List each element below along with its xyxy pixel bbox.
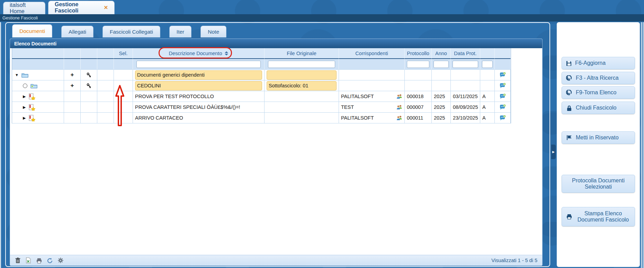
add-comment-icon[interactable] xyxy=(499,115,506,121)
corrispondenti-icon[interactable] xyxy=(396,115,402,121)
corrispondenti-icon[interactable] xyxy=(396,94,402,99)
right-scrollbar-strip-2[interactable] xyxy=(643,22,644,268)
add-comment-icon[interactable] xyxy=(499,83,506,89)
row-descrizione: ARRIVO CARTACEO xyxy=(135,115,183,121)
table-row[interactable]: ▶ PROVA PER TEST PROTOCOLLO PALITALSOFT … xyxy=(12,91,511,102)
filter-flag-input[interactable] xyxy=(482,61,493,68)
add-document-button[interactable]: + xyxy=(71,82,74,89)
panel-title: Elenco Documenti xyxy=(10,39,542,48)
app-screen: italsoft Home Gestione Fascicoli ✕ Gesti… xyxy=(0,0,644,268)
expand-icon[interactable]: ▶ xyxy=(23,105,26,110)
main-container: Documenti Allegati Fascicoli Collegati I… xyxy=(5,22,550,267)
settings-gear-icon[interactable] xyxy=(57,257,64,263)
document-star-icon xyxy=(28,93,36,100)
breadcrumb: Gestione Fascicoli xyxy=(0,14,644,21)
print-icon[interactable] xyxy=(36,258,42,263)
stampa-elenco-button[interactable]: Stampa Elenco Documenti Fascicolo xyxy=(562,207,635,226)
metti-riservato-button[interactable]: Metti in Riservato xyxy=(562,131,635,144)
col-protocollo: Protocollo xyxy=(405,48,432,59)
export-file-icon[interactable] xyxy=(25,257,32,263)
add-comment-icon[interactable] xyxy=(499,72,506,78)
documents-grid: Sel. Descrizione Documento File Original… xyxy=(12,48,511,123)
table-row[interactable]: ▼ + Documenti generici dipendenti xyxy=(12,70,511,80)
key-icon[interactable] xyxy=(86,72,92,78)
collapse-icon[interactable]: ▼ xyxy=(15,73,19,77)
table-row[interactable]: ▶ ARRIVO CARTACEO PALITALSOFT 000011 202… xyxy=(12,113,511,123)
window-tab-home[interactable]: italsoft Home xyxy=(3,2,45,14)
aggiorna-button[interactable]: F6-Aggiorna xyxy=(562,57,635,69)
add-comment-icon[interactable] xyxy=(499,104,506,110)
col-data-prot: Data Prot. xyxy=(451,48,480,59)
col-corrispondenti: Corrispondenti xyxy=(339,48,405,59)
close-tab-icon[interactable]: ✕ xyxy=(104,5,108,11)
document-star-icon xyxy=(28,115,36,121)
delete-icon[interactable] xyxy=(15,257,21,263)
chiudi-fascicolo-button[interactable]: Chiudi Fascicolo xyxy=(562,102,635,114)
expand-icon[interactable]: ▶ xyxy=(23,94,26,99)
subfolder-icon xyxy=(30,83,37,88)
tab-allegati[interactable]: Allegati xyxy=(61,26,93,37)
window-tab-active-label: Gestione Fascicoli xyxy=(55,1,99,14)
save-icon xyxy=(566,60,572,66)
document-star-icon xyxy=(28,104,36,111)
printer-icon xyxy=(566,214,572,220)
row-descrizione: CEDOLINI xyxy=(135,81,262,90)
grid-footer: Visualizzati 1 - 5 di 5 xyxy=(10,255,542,266)
tab-documenti[interactable]: Documenti xyxy=(12,24,52,37)
radio-select[interactable] xyxy=(23,84,27,88)
sort-icon[interactable] xyxy=(225,51,228,55)
row-descrizione: PROVA PER TEST PROTOCOLLO xyxy=(135,94,214,99)
row-file xyxy=(267,70,337,80)
left-edge-strip xyxy=(0,22,1,268)
row-descrizione: PROVA CARATTERI SPECIALI ÒÀÙ£$%&/()=! xyxy=(135,104,240,110)
pagination-status: Visualizzati 1 - 5 di 5 xyxy=(491,258,537,263)
col-misc xyxy=(97,48,114,59)
altra-ricerca-button[interactable]: F3 - Altra Ricerca xyxy=(562,72,635,84)
corrispondenti-icon[interactable] xyxy=(396,104,402,110)
sidebar-collapse-handle[interactable]: ▶ xyxy=(551,145,556,159)
col-note xyxy=(495,48,511,59)
row-descrizione: Documenti generici dipendenti xyxy=(135,70,262,80)
window-tab-gestione-fascicoli[interactable]: Gestione Fascicoli ✕ xyxy=(48,1,115,14)
action-sidebar: F6-Aggiorna F3 - Altra Ricerca F9-Torna … xyxy=(557,22,640,267)
add-comment-icon[interactable] xyxy=(499,94,506,100)
filter-descrizione-input[interactable] xyxy=(136,61,261,68)
undo-icon xyxy=(566,90,572,96)
lock-icon xyxy=(566,105,572,111)
grid-header-row: Sel. Descrizione Documento File Original… xyxy=(12,48,511,59)
col-anno: Anno xyxy=(432,48,451,59)
col-sel: Sel. xyxy=(114,48,133,59)
torna-elenco-button[interactable]: F9-Torna Elenco xyxy=(562,86,635,99)
table-row[interactable]: + CEDOLINI Sottofascicolo: 01 xyxy=(12,80,511,91)
breadcrumb-label: Gestione Fascicoli xyxy=(2,16,38,20)
row-file: Sottofascicolo: 01 xyxy=(267,81,337,90)
add-document-button[interactable]: + xyxy=(71,71,74,78)
col-tree xyxy=(12,48,64,59)
col-flag xyxy=(480,48,495,59)
protocolla-documenti-button[interactable]: Protocolla Documenti Selezionati xyxy=(562,175,635,193)
table-row[interactable]: ▶ PROVA CARATTERI SPECIALI ÒÀÙ£$%&/()=! … xyxy=(12,102,511,113)
flag-icon xyxy=(566,135,572,141)
filter-protocollo-input[interactable] xyxy=(407,61,429,68)
folder-icon xyxy=(21,72,28,78)
undo-icon xyxy=(566,75,572,81)
key-icon[interactable] xyxy=(86,83,92,88)
grid-filter-row xyxy=(12,59,511,70)
expand-icon[interactable]: ▶ xyxy=(23,116,26,120)
tab-fascicoli-collegati[interactable]: Fascicoli Collegati xyxy=(102,26,160,37)
filter-file-input[interactable] xyxy=(268,61,335,68)
nav-tabs: Documenti Allegati Fascicoli Collegati I… xyxy=(12,24,226,37)
window-tab-home-label: italsoft Home xyxy=(10,2,39,15)
col-add xyxy=(64,48,81,59)
col-descrizione-sortable[interactable]: Descrizione Documento xyxy=(133,48,265,59)
elenco-documenti-panel: Elenco Documenti Sel. Descrizione Docume… xyxy=(10,38,543,266)
tab-iter[interactable]: Iter xyxy=(169,26,191,37)
filter-data-prot-input[interactable] xyxy=(453,61,478,68)
tab-note[interactable]: Note xyxy=(200,26,226,37)
col-file-originale: File Originale xyxy=(265,48,339,59)
col-key xyxy=(81,48,97,59)
filter-anno-input[interactable] xyxy=(433,61,449,68)
right-scrollbar-strip-1[interactable] xyxy=(641,22,642,268)
refresh-icon[interactable] xyxy=(47,258,53,263)
